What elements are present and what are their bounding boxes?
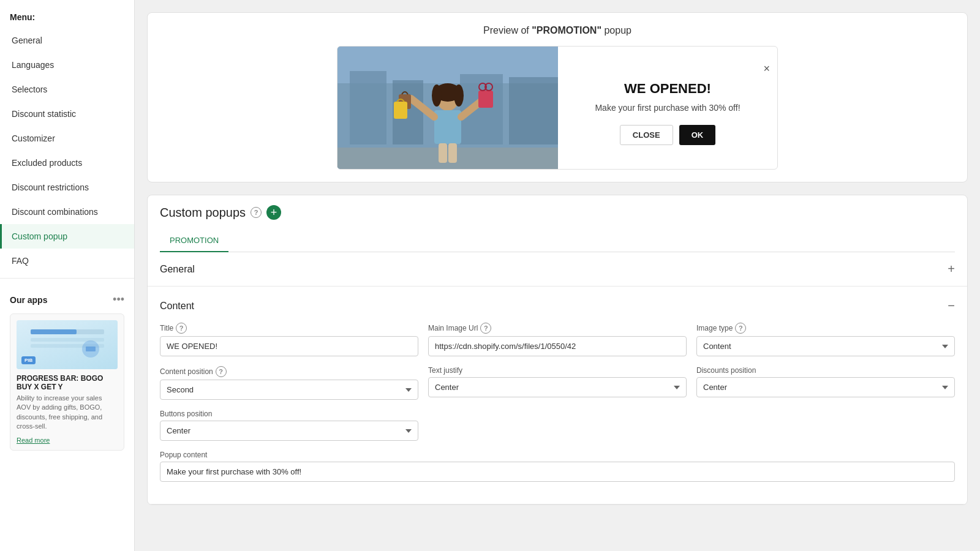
discounts-position-label: Discounts position xyxy=(696,366,955,375)
popup-ok-button[interactable]: OK xyxy=(679,125,716,145)
discounts-position-group: Discounts position Left Center Right xyxy=(696,366,955,400)
popup-close-x-button[interactable]: × xyxy=(763,62,770,75)
image-type-select[interactable]: Content Background None xyxy=(696,336,955,356)
tabs: PROMOTION xyxy=(160,230,955,252)
preview-popup-content: × WE OPENED! Make your first purchase wi… xyxy=(558,56,777,160)
svg-rect-5 xyxy=(86,347,96,351)
main-image-url-input[interactable] xyxy=(428,336,687,356)
popup-close-button[interactable]: CLOSE xyxy=(620,125,673,145)
popup-subtext: Make your first purchase with 30% off! xyxy=(595,103,740,113)
popup-heading: WE OPENED! xyxy=(624,81,711,97)
title-field-group: Title ? xyxy=(160,323,418,356)
preview-title-prefix: Preview of xyxy=(483,25,532,36)
title-help-icon[interactable]: ? xyxy=(176,323,187,334)
sidebar-item-general[interactable]: General xyxy=(0,28,134,53)
content-position-group: Content position ? First Second Third xyxy=(160,366,418,400)
preview-popup-image xyxy=(337,47,558,169)
text-justify-select[interactable]: Left Center Right xyxy=(428,377,687,397)
svg-rect-26 xyxy=(448,143,457,163)
app-badge: PIB xyxy=(21,356,36,364)
content-position-select[interactable]: First Second Third xyxy=(160,380,418,400)
image-type-help-icon[interactable]: ? xyxy=(735,323,746,334)
preview-card: Preview of "PROMOTION" popup xyxy=(147,12,968,182)
our-apps-menu[interactable]: ••• xyxy=(113,293,124,306)
our-apps-section: Our apps ••• PIB PROGRESS xyxy=(0,283,134,460)
buttons-position-label: Buttons position xyxy=(160,410,418,418)
sidebar-item-discount-restrictions[interactable]: Discount restrictions xyxy=(0,175,134,200)
app-card-title: PROGRESS BAR: BOGO BUY X GET Y xyxy=(17,374,118,391)
popup-content-group: Popup content xyxy=(160,451,955,482)
sidebar-item-excluded-products[interactable]: Excluded products xyxy=(0,151,134,175)
form-row-3: Buttons position Left Center Right xyxy=(160,410,955,441)
content-subsection-header: Content − xyxy=(160,299,955,313)
preview-title-suffix: popup xyxy=(601,25,631,36)
form-row-2: Content position ? First Second Third Te… xyxy=(160,366,955,400)
svg-point-15 xyxy=(432,84,442,107)
svg-rect-1 xyxy=(31,329,77,334)
sidebar-item-discount-combinations[interactable]: Discount combinations xyxy=(0,200,134,224)
sidebar-item-faq[interactable]: FAQ xyxy=(0,249,134,273)
image-type-label: Image type ? xyxy=(696,323,955,334)
svg-rect-25 xyxy=(439,143,447,163)
text-justify-label: Text justify xyxy=(428,366,687,375)
sidebar-item-selectors[interactable]: Selectors xyxy=(0,77,134,102)
main-image-url-help-icon[interactable]: ? xyxy=(480,323,491,334)
buttons-position-group: Buttons position Left Center Right xyxy=(160,410,418,441)
read-more-link[interactable]: Read more xyxy=(17,437,118,444)
sidebar-item-customizer[interactable]: Customizer xyxy=(0,126,134,151)
add-popup-button[interactable]: + xyxy=(266,205,281,220)
main-image-url-label: Main Image Url ? xyxy=(428,323,687,334)
custom-popups-help-icon[interactable]: ? xyxy=(251,207,262,218)
buttons-position-select[interactable]: Left Center Right xyxy=(160,421,418,441)
custom-popups-card: Custom popups ? + PROMOTION General + Co… xyxy=(147,195,968,505)
main-image-url-group: Main Image Url ? xyxy=(428,323,687,356)
content-collapse-icon[interactable]: − xyxy=(948,299,955,313)
sidebar: Menu: General Languages Selectors Discou… xyxy=(0,0,135,551)
svg-rect-21 xyxy=(394,102,407,119)
content-position-help-icon[interactable]: ? xyxy=(216,366,227,377)
section-title: Custom popups xyxy=(160,206,246,220)
app-card-image: PIB xyxy=(17,320,118,369)
tab-promotion[interactable]: PROMOTION xyxy=(160,230,228,252)
svg-rect-11 xyxy=(509,77,558,144)
content-subsection: Content − Title ? Main Image Url ? xyxy=(148,287,967,504)
form-row-4: Popup content xyxy=(160,451,955,482)
preview-popup: × WE OPENED! Make your first purchase wi… xyxy=(337,46,778,170)
main-content: Preview of "PROMOTION" popup xyxy=(135,0,980,551)
section-header: Custom popups ? + xyxy=(160,205,955,220)
general-expand-icon[interactable]: + xyxy=(948,262,955,276)
general-section[interactable]: General + xyxy=(148,252,967,287)
text-justify-group: Text justify Left Center Right xyxy=(428,366,687,400)
discounts-position-select[interactable]: Left Center Right xyxy=(696,377,955,397)
image-type-group: Image type ? Content Background None xyxy=(696,323,955,356)
app-card: PIB PROGRESS BAR: BOGO BUY X GET Y Abili… xyxy=(10,313,124,451)
popup-buttons: CLOSE OK xyxy=(620,125,715,145)
title-label: Title ? xyxy=(160,323,418,334)
title-input[interactable] xyxy=(160,336,418,356)
preview-popup-name: "PROMOTION" xyxy=(532,25,601,36)
svg-rect-22 xyxy=(478,91,493,108)
form-row-1: Title ? Main Image Url ? Image type ? xyxy=(160,323,955,356)
popup-content-input[interactable] xyxy=(160,462,955,482)
svg-rect-8 xyxy=(350,71,386,144)
popup-content-label: Popup content xyxy=(160,451,955,459)
menu-label: Menu: xyxy=(0,0,134,28)
our-apps-title: Our apps xyxy=(10,295,47,305)
preview-title: Preview of "PROMOTION" popup xyxy=(160,25,955,36)
svg-point-16 xyxy=(454,84,464,107)
sidebar-item-discount-statistic[interactable]: Discount statistic xyxy=(0,102,134,126)
svg-rect-17 xyxy=(434,110,461,144)
app-card-desc: Ability to increase your sales AOV by ad… xyxy=(17,394,118,432)
sidebar-item-languages[interactable]: Languages xyxy=(0,53,134,77)
content-subsection-title: Content xyxy=(160,301,194,312)
svg-rect-12 xyxy=(337,148,558,169)
sidebar-item-custom-popup[interactable]: Custom popup xyxy=(0,224,134,249)
content-position-label: Content position ? xyxy=(160,366,418,377)
general-section-title: General xyxy=(160,264,195,275)
